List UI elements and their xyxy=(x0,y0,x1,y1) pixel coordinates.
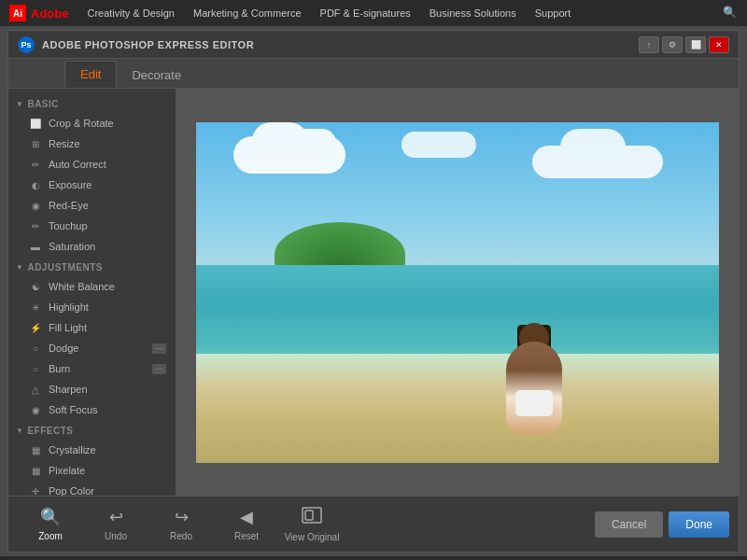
view-button[interactable]: ⬜ xyxy=(685,36,706,53)
burn-icon: ○ xyxy=(29,362,42,375)
pixelate-icon: ▦ xyxy=(29,464,42,477)
sidebar-item-sharpen[interactable]: △ Sharpen xyxy=(8,379,176,399)
section-basic[interactable]: ▼ BASIC xyxy=(8,93,176,113)
sidebar-item-fill-light[interactable]: ⚡ Fill Light xyxy=(8,317,176,338)
tabs-row: Edit Decorate xyxy=(8,59,739,89)
sidebar-item-crystallize[interactable]: ▦ Crystallize xyxy=(8,440,176,460)
sidebar: ▼ BASIC ⬜ Crop & Rotate ⊞ Resize ✏ Auto … xyxy=(8,89,176,496)
undo-tool[interactable]: ↩ Undo xyxy=(83,500,148,549)
cancel-button[interactable]: Cancel xyxy=(595,511,663,538)
sidebar-item-pixelate[interactable]: ▦ Pixelate xyxy=(8,460,176,481)
editor-title: ADOBE PHOTOSHOP EXPRESS EDITOR xyxy=(42,39,636,50)
reset-icon: ◀ xyxy=(240,507,253,527)
sidebar-item-burn[interactable]: ○ Burn ···· xyxy=(8,358,176,379)
sidebar-item-resize[interactable]: ⊞ Resize xyxy=(8,133,176,154)
undo-icon: ↩ xyxy=(109,507,123,527)
section-basic-arrow: ▼ xyxy=(16,100,23,108)
auto-correct-icon: ✏ xyxy=(29,158,42,171)
person-body xyxy=(506,342,562,435)
settings-button[interactable]: ⚙ xyxy=(662,36,683,53)
exposure-icon: ◐ xyxy=(29,178,42,191)
section-adjustments-arrow: ▼ xyxy=(16,263,23,272)
red-eye-icon: ◉ xyxy=(29,199,42,212)
view-original-tool[interactable]: View Original xyxy=(279,500,345,549)
main-content: ▼ BASIC ⬜ Crop & Rotate ⊞ Resize ✏ Auto … xyxy=(8,89,739,496)
pop-color-icon: ✛ xyxy=(29,484,42,496)
shore xyxy=(196,354,719,463)
nav-link-pdf[interactable]: PDF & E-signatures xyxy=(320,7,411,19)
adobe-logo[interactable]: Ai Adobe xyxy=(9,5,68,21)
crystallize-icon: ▦ xyxy=(29,443,42,456)
tab-decorate[interactable]: Decorate xyxy=(117,63,196,88)
nav-link-support[interactable]: Support xyxy=(535,7,571,19)
adobe-nav-bar: Ai Adobe Creativity & Design Marketing &… xyxy=(0,0,747,26)
white-balance-icon: ☯ xyxy=(29,280,42,293)
svg-rect-1 xyxy=(305,511,313,520)
footer: © 2012 Adobe Systems Incorporated. All r… xyxy=(0,556,747,560)
nav-link-business[interactable]: Business Solutions xyxy=(430,7,516,19)
soft-focus-icon: ◉ xyxy=(29,403,42,416)
sidebar-item-dodge[interactable]: ○ Dodge ···· xyxy=(8,338,176,358)
adobe-logo-text: Adobe xyxy=(31,7,68,21)
sidebar-item-pop-color[interactable]: ✛ Pop Color xyxy=(8,481,176,496)
redo-icon: ↪ xyxy=(175,507,189,527)
person-swimsuit xyxy=(515,390,553,416)
person xyxy=(506,342,562,435)
nav-link-marketing[interactable]: Marketing & Commerce xyxy=(193,7,302,19)
cloud-3 xyxy=(402,132,476,158)
zoom-icon: 🔍 xyxy=(40,507,61,527)
zoom-tool[interactable]: 🔍 Zoom xyxy=(18,500,83,549)
editor-titlebar: Ps ADOBE PHOTOSHOP EXPRESS EDITOR ↑ ⚙ ⬜ … xyxy=(8,31,739,59)
touchup-icon: ✏ xyxy=(29,219,42,232)
cloud-2 xyxy=(532,146,663,178)
crop-icon: ⬜ xyxy=(29,117,42,130)
done-button[interactable]: Done xyxy=(669,511,729,538)
adobe-logo-icon: Ai xyxy=(9,5,26,21)
sidebar-item-touchup[interactable]: ✏ Touchup xyxy=(8,216,176,236)
photoshop-icon: Ps xyxy=(18,36,35,53)
section-effects[interactable]: ▼ EFFECTS xyxy=(8,420,176,440)
saturation-icon: ▬ xyxy=(29,240,42,253)
sidebar-item-highlight[interactable]: ✳ Highlight xyxy=(8,297,176,317)
section-adjustments[interactable]: ▼ ADJUSTMENTS xyxy=(8,257,176,276)
burn-badge: ···· xyxy=(152,364,166,374)
bottom-toolbar: 🔍 Zoom ↩ Undo ↪ Redo ◀ Reset View Origin… xyxy=(8,496,739,552)
highlight-icon: ✳ xyxy=(29,301,42,314)
sidebar-item-soft-focus[interactable]: ◉ Soft Focus xyxy=(8,399,176,420)
dodge-badge: ···· xyxy=(152,343,166,354)
sharpen-icon: △ xyxy=(29,383,42,396)
close-button[interactable]: ✕ xyxy=(709,36,729,53)
reset-tool[interactable]: ◀ Reset xyxy=(214,500,279,549)
sidebar-item-crop-rotate[interactable]: ⬜ Crop & Rotate xyxy=(8,113,176,133)
view-original-icon xyxy=(302,507,322,528)
sidebar-item-exposure[interactable]: ◐ Exposure xyxy=(8,175,176,195)
redo-tool[interactable]: ↪ Redo xyxy=(148,500,214,549)
resize-icon: ⊞ xyxy=(29,137,42,150)
search-icon[interactable]: 🔍 xyxy=(723,6,738,21)
sidebar-item-saturation[interactable]: ▬ Saturation xyxy=(8,236,176,257)
section-effects-arrow: ▼ xyxy=(16,427,23,435)
photo-canvas xyxy=(196,122,719,463)
upload-button[interactable]: ↑ xyxy=(639,36,659,53)
fill-light-icon: ⚡ xyxy=(29,321,42,334)
tab-edit[interactable]: Edit xyxy=(64,61,117,88)
dodge-icon: ○ xyxy=(29,342,42,355)
canvas-area xyxy=(176,89,739,496)
editor-window: Ps ADOBE PHOTOSHOP EXPRESS EDITOR ↑ ⚙ ⬜ … xyxy=(7,30,740,553)
cloud-1 xyxy=(233,136,345,174)
sidebar-item-white-balance[interactable]: ☯ White Balance xyxy=(8,276,176,297)
nav-link-creativity[interactable]: Creativity & Design xyxy=(87,7,175,19)
sidebar-item-red-eye[interactable]: ◉ Red-Eye xyxy=(8,195,176,216)
sidebar-item-auto-correct[interactable]: ✏ Auto Correct xyxy=(8,154,176,175)
